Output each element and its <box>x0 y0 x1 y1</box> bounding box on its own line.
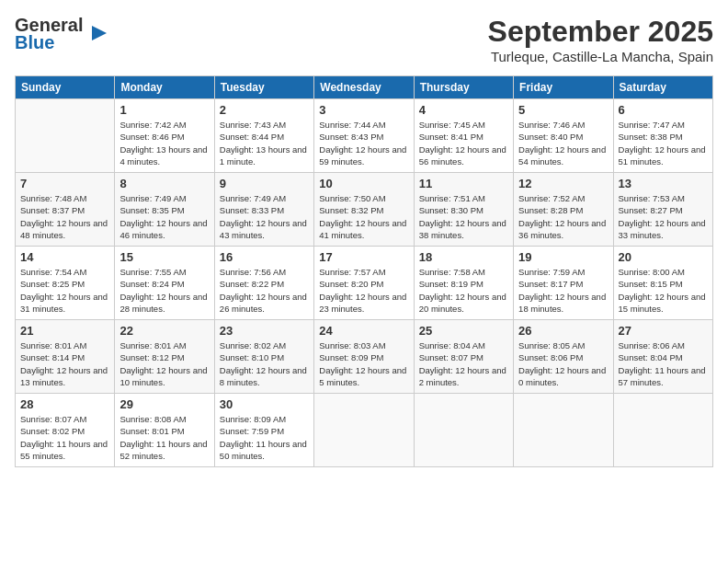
day-number: 25 <box>419 324 508 338</box>
day-cell: 2Sunrise: 7:43 AM Sunset: 8:44 PM Daylig… <box>214 99 313 173</box>
day-cell: 19Sunrise: 7:59 AM Sunset: 8:17 PM Dayli… <box>514 247 613 320</box>
day-cell: 25Sunrise: 8:04 AM Sunset: 8:07 PM Dayli… <box>414 320 513 394</box>
day-cell: 9Sunrise: 7:49 AM Sunset: 8:33 PM Daylig… <box>214 173 313 247</box>
day-number: 1 <box>119 103 209 117</box>
day-info: Sunrise: 7:48 AM Sunset: 8:37 PM Dayligh… <box>20 192 109 241</box>
day-info: Sunrise: 8:05 AM Sunset: 8:06 PM Dayligh… <box>518 339 608 388</box>
day-info: Sunrise: 8:04 AM Sunset: 8:07 PM Dayligh… <box>419 339 508 388</box>
day-cell: 10Sunrise: 7:50 AM Sunset: 8:32 PM Dayli… <box>314 173 414 247</box>
day-number: 24 <box>319 324 408 338</box>
day-number: 30 <box>220 397 309 411</box>
day-number: 22 <box>119 324 209 338</box>
day-cell: 28Sunrise: 8:07 AM Sunset: 8:02 PM Dayli… <box>16 394 115 467</box>
header: General Blue September 2025 Turleque, Ca… <box>15 15 713 64</box>
weekday-header-tuesday: Tuesday <box>214 76 313 99</box>
day-info: Sunrise: 7:59 AM Sunset: 8:17 PM Dayligh… <box>518 266 608 315</box>
day-number: 28 <box>20 397 109 411</box>
day-number: 27 <box>619 324 708 338</box>
day-info: Sunrise: 7:57 AM Sunset: 8:20 PM Dayligh… <box>319 266 408 315</box>
day-number: 15 <box>119 250 209 264</box>
day-info: Sunrise: 7:51 AM Sunset: 8:30 PM Dayligh… <box>419 192 508 241</box>
week-row-2: 7Sunrise: 7:48 AM Sunset: 8:37 PM Daylig… <box>16 173 713 247</box>
day-cell: 23Sunrise: 8:02 AM Sunset: 8:10 PM Dayli… <box>214 320 313 394</box>
day-info: Sunrise: 7:50 AM Sunset: 8:32 PM Dayligh… <box>319 192 408 241</box>
day-info: Sunrise: 7:47 AM Sunset: 8:38 PM Dayligh… <box>619 119 708 167</box>
day-info: Sunrise: 7:42 AM Sunset: 8:46 PM Dayligh… <box>119 119 209 167</box>
day-info: Sunrise: 8:06 AM Sunset: 8:04 PM Dayligh… <box>619 339 708 388</box>
day-number: 2 <box>220 103 309 117</box>
day-cell: 22Sunrise: 8:01 AM Sunset: 8:12 PM Dayli… <box>115 320 214 394</box>
day-info: Sunrise: 8:01 AM Sunset: 8:12 PM Dayligh… <box>119 339 209 388</box>
day-number: 9 <box>220 177 309 190</box>
day-cell: 18Sunrise: 7:58 AM Sunset: 8:19 PM Dayli… <box>414 247 513 320</box>
day-info: Sunrise: 7:54 AM Sunset: 8:25 PM Dayligh… <box>20 266 109 315</box>
day-number: 21 <box>20 324 109 338</box>
day-info: Sunrise: 7:53 AM Sunset: 8:27 PM Dayligh… <box>619 192 708 241</box>
day-info: Sunrise: 7:45 AM Sunset: 8:41 PM Dayligh… <box>419 119 508 167</box>
weekday-header-thursday: Thursday <box>414 76 513 99</box>
day-cell: 4Sunrise: 7:45 AM Sunset: 8:41 PM Daylig… <box>414 99 513 173</box>
day-cell: 17Sunrise: 7:57 AM Sunset: 8:20 PM Dayli… <box>314 247 414 320</box>
logo: General Blue <box>15 15 92 53</box>
month-title: September 2025 <box>488 15 713 49</box>
day-number: 16 <box>220 250 309 264</box>
day-info: Sunrise: 8:02 AM Sunset: 8:10 PM Dayligh… <box>220 339 309 388</box>
day-cell: 12Sunrise: 7:52 AM Sunset: 8:28 PM Dayli… <box>514 173 613 247</box>
day-info: Sunrise: 8:07 AM Sunset: 8:02 PM Dayligh… <box>20 413 109 462</box>
day-number: 17 <box>319 250 408 264</box>
day-cell: 24Sunrise: 8:03 AM Sunset: 8:09 PM Dayli… <box>314 320 414 394</box>
week-row-3: 14Sunrise: 7:54 AM Sunset: 8:25 PM Dayli… <box>16 247 713 320</box>
day-info: Sunrise: 8:00 AM Sunset: 8:15 PM Dayligh… <box>619 266 708 315</box>
day-number: 23 <box>220 324 309 338</box>
day-cell: 3Sunrise: 7:44 AM Sunset: 8:43 PM Daylig… <box>314 99 414 173</box>
day-cell: 20Sunrise: 8:00 AM Sunset: 8:15 PM Dayli… <box>613 247 712 320</box>
svg-marker-0 <box>92 26 107 40</box>
day-info: Sunrise: 7:43 AM Sunset: 8:44 PM Dayligh… <box>220 119 309 167</box>
day-info: Sunrise: 7:46 AM Sunset: 8:40 PM Dayligh… <box>518 119 608 167</box>
calendar-table: SundayMondayTuesdayWednesdayThursdayFrid… <box>15 75 713 467</box>
day-number: 7 <box>20 177 109 190</box>
week-row-5: 28Sunrise: 8:07 AM Sunset: 8:02 PM Dayli… <box>16 394 713 467</box>
day-cell <box>514 394 613 467</box>
logo-blue-text: Blue <box>15 32 54 53</box>
day-cell: 29Sunrise: 8:08 AM Sunset: 8:01 PM Dayli… <box>115 394 214 467</box>
day-info: Sunrise: 7:56 AM Sunset: 8:22 PM Dayligh… <box>220 266 309 315</box>
day-cell: 14Sunrise: 7:54 AM Sunset: 8:25 PM Dayli… <box>16 247 115 320</box>
day-number: 11 <box>419 177 508 190</box>
weekday-header-sunday: Sunday <box>16 76 115 99</box>
week-row-1: 1Sunrise: 7:42 AM Sunset: 8:46 PM Daylig… <box>16 99 713 173</box>
day-cell: 8Sunrise: 7:49 AM Sunset: 8:35 PM Daylig… <box>115 173 214 247</box>
day-number: 18 <box>419 250 508 264</box>
day-info: Sunrise: 7:49 AM Sunset: 8:35 PM Dayligh… <box>119 192 209 241</box>
day-number: 6 <box>619 103 708 117</box>
day-cell: 5Sunrise: 7:46 AM Sunset: 8:40 PM Daylig… <box>514 99 613 173</box>
location-title: Turleque, Castille-La Mancha, Spain <box>488 49 713 64</box>
weekday-header-monday: Monday <box>115 76 214 99</box>
day-cell: 15Sunrise: 7:55 AM Sunset: 8:24 PM Dayli… <box>115 247 214 320</box>
day-number: 10 <box>319 177 408 190</box>
day-info: Sunrise: 8:08 AM Sunset: 8:01 PM Dayligh… <box>119 413 209 462</box>
day-number: 29 <box>119 397 209 411</box>
day-info: Sunrise: 7:55 AM Sunset: 8:24 PM Dayligh… <box>119 266 209 315</box>
day-cell <box>414 394 513 467</box>
day-cell <box>613 394 712 467</box>
weekday-header-row: SundayMondayTuesdayWednesdayThursdayFrid… <box>16 76 713 99</box>
day-number: 19 <box>518 250 608 264</box>
day-info: Sunrise: 8:09 AM Sunset: 7:59 PM Dayligh… <box>220 413 309 462</box>
week-row-4: 21Sunrise: 8:01 AM Sunset: 8:14 PM Dayli… <box>16 320 713 394</box>
day-cell <box>314 394 414 467</box>
day-info: Sunrise: 8:03 AM Sunset: 8:09 PM Dayligh… <box>319 339 408 388</box>
day-number: 5 <box>518 103 608 117</box>
day-number: 20 <box>619 250 708 264</box>
day-cell: 1Sunrise: 7:42 AM Sunset: 8:46 PM Daylig… <box>115 99 214 173</box>
day-cell <box>16 99 115 173</box>
weekday-header-wednesday: Wednesday <box>314 76 414 99</box>
day-number: 14 <box>20 250 109 264</box>
day-info: Sunrise: 7:44 AM Sunset: 8:43 PM Dayligh… <box>319 119 408 167</box>
day-cell: 30Sunrise: 8:09 AM Sunset: 7:59 PM Dayli… <box>214 394 313 467</box>
day-number: 8 <box>119 177 209 190</box>
day-cell: 26Sunrise: 8:05 AM Sunset: 8:06 PM Dayli… <box>514 320 613 394</box>
day-info: Sunrise: 8:01 AM Sunset: 8:14 PM Dayligh… <box>20 339 109 388</box>
day-cell: 13Sunrise: 7:53 AM Sunset: 8:27 PM Dayli… <box>613 173 712 247</box>
day-info: Sunrise: 7:49 AM Sunset: 8:33 PM Dayligh… <box>220 192 309 241</box>
